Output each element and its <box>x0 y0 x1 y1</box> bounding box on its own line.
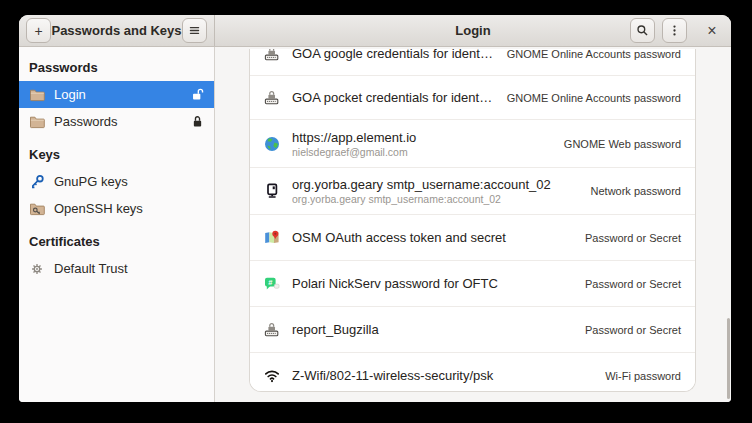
item-subtitle: org.yorba.geary smtp_username:account_02 <box>292 193 579 205</box>
app-title: Passwords and Keys <box>51 23 182 38</box>
sidebar-item-passwords[interactable]: Passwords <box>19 108 214 135</box>
list-item[interactable]: GOA pocket credentials for identity acco… <box>250 76 695 120</box>
item-subtitle: nielsdegraef@gmail.com <box>292 146 552 158</box>
sidebar-item-login[interactable]: Login <box>19 81 214 108</box>
item-title: Polari NickServ password for OFTC <box>292 276 573 291</box>
item-title: https://app.element.io <box>292 130 552 145</box>
plus-icon: + <box>34 24 42 38</box>
close-icon: × <box>707 23 716 39</box>
certificate-gear-icon <box>29 261 45 277</box>
openssh-folder-key-icon <box>29 201 45 217</box>
item-title: org.yorba.geary smtp_username:account_02 <box>292 177 579 192</box>
list-item[interactable]: Z-Wifi/802-11-wireless-security/psk Wi-F… <box>250 353 695 392</box>
search-icon <box>636 24 649 37</box>
item-title: report_Bugzilla <box>292 322 573 337</box>
item-type-label: Wi-Fi password <box>605 370 681 382</box>
sidebar-item-label: Login <box>54 87 86 102</box>
search-button[interactable] <box>630 18 655 43</box>
map-pin-icon <box>264 230 280 246</box>
sidebar-section-certificates: Certificates <box>19 222 214 255</box>
list-item[interactable]: org.yorba.geary smtp_username:account_02… <box>250 168 695 215</box>
sidebar-item-openssh-keys[interactable]: OpenSSH keys <box>19 195 214 222</box>
close-button[interactable]: × <box>701 20 723 42</box>
item-type-label: Password or Secret <box>585 232 681 244</box>
sidebar-item-default-trust[interactable]: Default Trust <box>19 255 214 282</box>
item-type-label: GNOME Online Accounts password <box>507 92 681 104</box>
main-panel: GOA google credentials for identity acco… <box>215 47 731 402</box>
list-item[interactable]: https://app.element.io nielsdegraef@gmai… <box>250 120 695 168</box>
keyring-icon <box>264 322 280 338</box>
item-type-label: Network password <box>591 185 681 197</box>
sidebar-section-passwords: Passwords <box>19 48 214 81</box>
hamburger-icon <box>188 24 201 37</box>
sidebar-item-label: Default Trust <box>54 261 128 276</box>
folder-icon <box>29 87 45 103</box>
app-menu-button[interactable] <box>182 18 207 43</box>
sidebar-item-label: GnuPG keys <box>54 174 128 189</box>
sidebar-item-label: OpenSSH keys <box>54 201 143 216</box>
item-title: OSM OAuth access token and secret <box>292 230 573 245</box>
menu-dots-icon <box>668 24 681 37</box>
keyring-icon <box>264 90 280 106</box>
list-item[interactable]: GOA google credentials for identity acco… <box>250 49 695 76</box>
sidebar-item-gnupg-keys[interactable]: GnuPG keys <box>19 168 214 195</box>
wifi-icon <box>264 368 280 384</box>
gnupg-key-icon <box>29 174 45 190</box>
keyring-icon <box>264 49 280 62</box>
app-window: + Passwords and Keys Login <box>19 15 731 402</box>
sidebar: Passwords Login <box>19 47 215 402</box>
list-item[interactable]: report_Bugzilla Password or Secret <box>250 307 695 353</box>
lock-icon <box>190 115 204 129</box>
folder-icon <box>29 114 45 130</box>
item-type-label: GNOME Online Accounts password <box>507 49 681 60</box>
main-titlebar: Login × <box>215 15 731 46</box>
polari-chat-icon: # <box>264 276 280 292</box>
list-item[interactable]: OSM OAuth access token and secret Passwo… <box>250 215 695 261</box>
password-list: GOA google credentials for identity acco… <box>249 49 696 392</box>
window-menu-button[interactable] <box>662 18 687 43</box>
titlebar: + Passwords and Keys Login <box>19 15 731 47</box>
new-item-button[interactable]: + <box>26 18 51 43</box>
item-type-label: GNOME Web password <box>564 138 681 150</box>
list-item[interactable]: # Polari NickServ password for OFTC Pass… <box>250 261 695 307</box>
item-title: GOA pocket credentials for identity acco… <box>292 90 495 105</box>
scrollbar-thumb[interactable] <box>727 318 730 399</box>
network-computer-icon <box>264 183 280 199</box>
sidebar-titlebar: + Passwords and Keys <box>19 15 215 46</box>
sidebar-section-keys: Keys <box>19 135 214 168</box>
item-type-label: Password or Secret <box>585 324 681 336</box>
item-title: GOA google credentials for identity acco… <box>292 49 495 61</box>
item-title: Z-Wifi/802-11-wireless-security/psk <box>292 368 593 383</box>
sidebar-item-label: Passwords <box>54 114 118 129</box>
item-type-label: Password or Secret <box>585 278 681 290</box>
unlock-icon <box>190 88 204 102</box>
web-globe-icon <box>264 136 280 152</box>
